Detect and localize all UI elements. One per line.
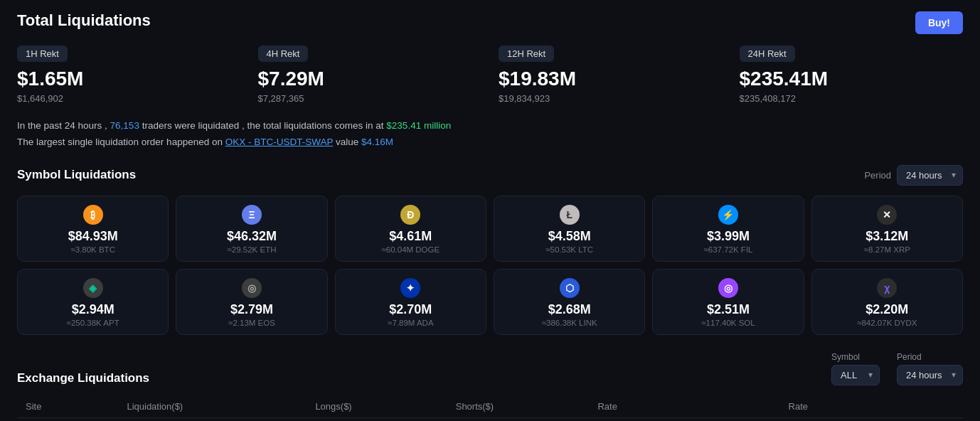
exchange-controls: Symbol ALL BTC ETH Period 24 hours 12 ho… [831, 352, 963, 385]
fil-value: $3.99M [707, 229, 750, 244]
symbol-control-group: Symbol ALL BTC ETH [831, 352, 880, 385]
btc-value: $84.93M [68, 229, 118, 244]
info-traders-count: 76,153 [110, 120, 139, 131]
cell-shorts: 16.93M [447, 417, 590, 421]
fil-sub: ≈637.72K FIL [704, 245, 753, 254]
eth-icon: Ξ [242, 205, 262, 225]
stat-card-24h-rekt: 24H Rekt $235.41M $235,408,172 [740, 46, 964, 104]
symbol-card-btc: ₿ $84.93M ≈3.80K BTC [17, 196, 169, 262]
info-largest-value: $4.16M [361, 137, 393, 147]
exchange-liquidations-header: Exchange Liquidations Symbol ALL BTC ETH… [17, 352, 963, 385]
stat-value: $235.41M [740, 68, 964, 90]
btc-icon: ₿ [83, 205, 103, 225]
symbol-card-eos: ◎ $2.79M ≈2.13M EOS [176, 269, 327, 335]
cell-liquidation: 235.41M [118, 417, 307, 421]
symbol-liquidations-header: Symbol Liquidations Period 24 hours 12 h… [17, 165, 963, 186]
symbol-card-dydx: χ $2.20M ≈842.07K DYDX [811, 269, 963, 335]
eth-value: $46.32M [227, 229, 277, 244]
fil-icon: ⚡ [718, 205, 738, 225]
stat-badge: 1H Rekt [17, 46, 68, 62]
eos-value: $2.79M [230, 302, 273, 317]
stat-sub: $7,287,365 [258, 93, 482, 104]
period-control-group: Period 24 hours 12 hours 4 hours 1 hour [897, 352, 963, 385]
stat-badge: 12H Rekt [499, 46, 554, 62]
stat-badge: 4H Rekt [258, 46, 309, 62]
sol-value: $2.51M [707, 302, 750, 317]
apt-sub: ≈250.38K APT [67, 319, 119, 327]
symbol-card-eth: Ξ $46.32M ≈29.52K ETH [176, 196, 327, 262]
info-exchange-link[interactable]: OKX - BTC-USDT-SWAP [225, 137, 334, 147]
info-line1-mid: traders were liquidated , the total liqu… [139, 120, 386, 131]
ada-icon: ✦ [400, 278, 420, 298]
symbol-card-apt: ◈ $2.94M ≈250.38K APT [17, 269, 169, 335]
info-total-amount: $235.41 million [386, 120, 451, 131]
ltc-icon: Ł [560, 205, 580, 225]
cell-rate-long: 92.81%Long [780, 417, 963, 421]
symbol-card-sol: ◎ $2.51M ≈117.40K SOL [652, 269, 804, 335]
dydx-icon: χ [877, 278, 897, 298]
eth-sub: ≈29.52K ETH [228, 245, 277, 254]
exchange-period-select[interactable]: 24 hours 12 hours 4 hours 1 hour [897, 365, 963, 385]
buy-button[interactable]: Buy! [915, 11, 963, 34]
ada-value: $2.70M [389, 302, 432, 317]
stat-sub: $19,834,923 [499, 93, 723, 104]
info-line1-pre: In the past 24 hours , [17, 120, 110, 131]
symbol-card-xrp: ✕ $3.12M ≈8.27M XRP [811, 196, 963, 262]
page-title: Total Liquidations [17, 11, 151, 30]
symbol-card-fil: ⚡ $3.99M ≈637.72K FIL [652, 196, 804, 262]
info-line2-pre: The largest single liquidation order hap… [17, 137, 225, 147]
btc-sub: ≈3.80K BTC [70, 245, 115, 254]
stats-row: 1H Rekt $1.65M $1,646,902 4H Rekt $7.29M… [17, 46, 963, 104]
symbol-card-ada: ✦ $2.70M ≈7.89M ADA [335, 269, 486, 335]
cell-site: Total [17, 417, 118, 421]
link-value: $2.68M [548, 302, 591, 317]
stat-sub: $235,408,172 [740, 93, 964, 104]
symbol-card-ltc: Ł $4.58M ≈50.53K LTC [494, 196, 645, 262]
exchange-symbol-dropdown-wrapper[interactable]: ALL BTC ETH [831, 365, 880, 385]
stat-card-4h-rekt: 4H Rekt $7.29M $7,287,365 [258, 46, 482, 104]
col-rate-pct: Rate [780, 395, 963, 418]
symbol-period-select[interactable]: 24 hours 12 hours 4 hours 1 hour [897, 165, 963, 186]
info-line2-mid: value [333, 137, 361, 147]
stat-badge: 24H Rekt [740, 46, 795, 62]
dydx-value: $2.20M [866, 302, 908, 317]
stat-sub: $1,646,902 [17, 93, 241, 104]
symbol-grid: ₿ $84.93M ≈3.80K BTC Ξ $46.32M ≈29.52K E… [17, 196, 963, 335]
link-sub: ≈386.38K LINK [542, 319, 597, 327]
col-longs: Longs($) [307, 395, 447, 418]
table-header-row: Site Liquidation($) Longs($) Shorts($) R… [17, 395, 963, 418]
dydx-sub: ≈842.07K DYDX [857, 319, 917, 327]
col-rate-bar: Rate [589, 395, 779, 418]
xrp-sub: ≈8.27M XRP [864, 245, 910, 254]
link-icon: ⬡ [560, 278, 580, 298]
exchange-table: Site Liquidation($) Longs($) Shorts($) R… [17, 395, 963, 421]
col-shorts: Shorts($) [447, 395, 590, 418]
stat-value: $7.29M [258, 68, 482, 90]
col-site: Site [17, 395, 118, 418]
symbol-period-label: Period [864, 170, 891, 181]
exchange-period-dropdown-wrapper[interactable]: 24 hours 12 hours 4 hours 1 hour [897, 365, 963, 385]
info-text: In the past 24 hours , 76,153 traders we… [17, 118, 963, 151]
doge-icon: Ð [400, 205, 420, 225]
stat-card-12h-rekt: 12H Rekt $19.83M $19,834,923 [499, 46, 723, 104]
symbol-period-dropdown-wrapper[interactable]: 24 hours 12 hours 4 hours 1 hour [897, 165, 963, 186]
symbol-period-control: Period 24 hours 12 hours 4 hours 1 hour [864, 165, 963, 186]
ltc-value: $4.58M [548, 229, 591, 244]
symbol-card-doge: Ð $4.61M ≈60.04M DOGE [335, 196, 486, 262]
ltc-sub: ≈50.53K LTC [545, 245, 593, 254]
stat-value: $19.83M [499, 68, 723, 90]
cell-rate-bar: 100% [589, 417, 779, 421]
xrp-icon: ✕ [877, 205, 897, 225]
exchange-period-label: Period [897, 352, 963, 362]
sol-icon: ◎ [718, 278, 738, 298]
eos-icon: ◎ [242, 278, 262, 298]
symbol-card-link: ⬡ $2.68M ≈386.38K LINK [494, 269, 645, 335]
sol-sub: ≈117.40K SOL [701, 319, 755, 327]
exchange-symbol-label: Symbol [831, 352, 880, 362]
stat-card-1h-rekt: 1H Rekt $1.65M $1,646,902 [17, 46, 241, 104]
apt-value: $2.94M [72, 302, 114, 317]
doge-sub: ≈60.04M DOGE [381, 245, 440, 254]
exchange-symbol-select[interactable]: ALL BTC ETH [831, 365, 880, 385]
symbol-liquidations-title: Symbol Liquidations [17, 168, 136, 182]
apt-icon: ◈ [83, 278, 103, 298]
